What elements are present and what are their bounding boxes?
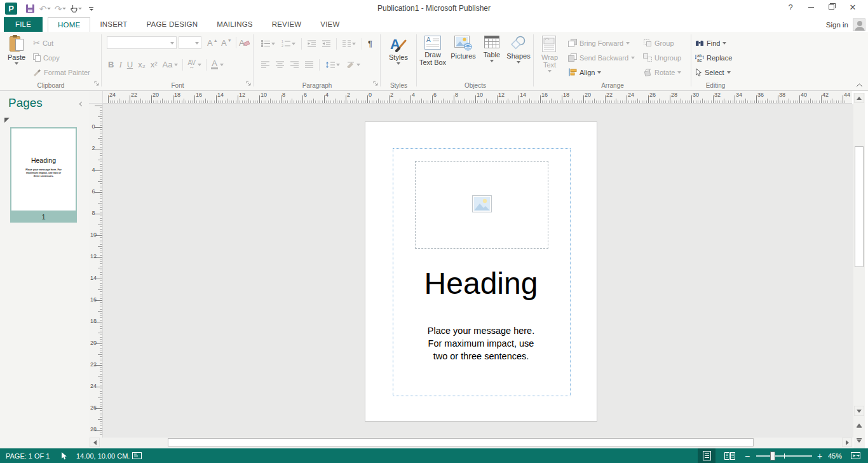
align-left-button[interactable]: [259, 58, 272, 72]
tab-review[interactable]: REVIEW: [262, 17, 311, 32]
paragraph-dialog-launcher[interactable]: [373, 80, 379, 88]
sign-in-area[interactable]: Sign in: [826, 18, 865, 31]
bold-button[interactable]: B: [105, 58, 116, 72]
zoom-slider-track[interactable]: [756, 455, 812, 457]
rotate-button[interactable]: Rotate: [643, 66, 681, 79]
format-painter-button[interactable]: Format Painter: [33, 66, 90, 79]
paragraph-shading-button[interactable]: [344, 58, 363, 72]
horizontal-scroll-thumb[interactable]: [168, 438, 754, 446]
select-button[interactable]: Select: [695, 66, 731, 79]
align-right-button[interactable]: [288, 58, 301, 72]
italic-button[interactable]: I: [116, 58, 124, 72]
vertical-scroll-thumb[interactable]: [855, 146, 864, 267]
tab-page-design[interactable]: PAGE DESIGN: [137, 17, 208, 32]
font-size-combo[interactable]: [179, 36, 201, 49]
object-size-icon[interactable]: [132, 448, 142, 463]
table-button[interactable]: Table: [479, 33, 505, 62]
horizontal-scrollbar[interactable]: [89, 438, 853, 448]
columns-button[interactable]: [340, 37, 358, 51]
close-button[interactable]: ✕: [844, 0, 862, 14]
fit-page-button[interactable]: [850, 448, 861, 463]
tab-mailings[interactable]: MAILINGS: [207, 17, 262, 32]
document-message-textbox[interactable]: Place your message here. For maximum imp…: [422, 324, 540, 363]
scroll-left-button[interactable]: [90, 438, 100, 447]
collapse-ribbon-button[interactable]: [856, 81, 863, 88]
wrap-text-button[interactable]: Wrap Text: [536, 33, 563, 73]
shapes-button[interactable]: Shapes: [505, 33, 532, 64]
find-button[interactable]: Find: [695, 36, 726, 50]
change-case-button[interactable]: Aa: [160, 58, 181, 72]
font-color-button[interactable]: A: [208, 58, 226, 72]
cut-button[interactable]: ✂ Cut: [33, 36, 53, 50]
scroll-right-button[interactable]: [842, 438, 852, 447]
tab-file[interactable]: FILE: [4, 17, 43, 32]
vertical-ruler[interactable]: 0246810121416182022242628: [89, 104, 103, 438]
minimize-button[interactable]: [802, 0, 820, 14]
clear-formatting-button[interactable]: A: [236, 36, 252, 50]
object-position[interactable]: 14.00, 10.00 CM.: [76, 448, 130, 463]
page-thumbnail-number[interactable]: 1: [10, 212, 77, 223]
pictures-icon: [454, 36, 472, 51]
special-characters-button[interactable]: ¶: [365, 37, 375, 51]
justify-button[interactable]: [302, 58, 316, 72]
align-left-icon: [261, 61, 269, 68]
pages-panel-collapse-button[interactable]: [79, 100, 83, 109]
ungroup-button[interactable]: Ungroup: [643, 51, 681, 64]
tab-view[interactable]: VIEW: [311, 17, 349, 32]
publication-page[interactable]: Heading Place your message here. For max…: [365, 121, 597, 422]
bring-forward-button[interactable]: Bring Forward: [568, 36, 630, 50]
styles-button[interactable]: A Styles: [385, 33, 412, 65]
font-dialog-launcher[interactable]: [246, 80, 252, 88]
subscript-button[interactable]: x₂: [135, 58, 148, 72]
page-up-icon: [857, 424, 862, 429]
two-page-view-button[interactable]: [721, 448, 738, 463]
vertical-scrollbar[interactable]: [853, 93, 865, 448]
grow-font-button[interactable]: A▲: [205, 36, 220, 50]
title-bar: P ↶ ↷ Publication1 - Microsoft Publisher…: [0, 0, 868, 17]
zoom-level[interactable]: 45%: [828, 448, 842, 463]
copy-button[interactable]: Copy: [33, 51, 60, 64]
send-backward-button[interactable]: Send Backward: [568, 51, 635, 64]
replace-button[interactable]: abac Replace: [695, 51, 732, 64]
align-center-button[interactable]: [273, 58, 287, 72]
group-button[interactable]: Group: [643, 36, 674, 50]
font-format-row: B I U x₂ x² Aa AV↔ A: [105, 58, 226, 71]
tab-home[interactable]: HOME: [48, 17, 90, 32]
pictures-button[interactable]: Pictures: [449, 33, 478, 60]
ribbon: Paste ✂ Cut Copy Format Painter Clipboar…: [0, 32, 868, 91]
increase-indent-button[interactable]: [320, 37, 333, 51]
align-button[interactable]: Align: [568, 66, 601, 79]
page-indicator[interactable]: PAGE: 1 OF 1: [6, 448, 50, 463]
zoom-out-button[interactable]: −: [745, 448, 750, 463]
help-button[interactable]: ?: [782, 0, 799, 14]
bullets-button[interactable]: [259, 37, 278, 51]
restore-button[interactable]: [822, 0, 840, 14]
previous-page-button[interactable]: [854, 421, 864, 431]
zoom-in-button[interactable]: +: [817, 448, 822, 463]
horizontal-ruler[interactable]: 2422201816141210864202468101214161820222…: [103, 91, 852, 104]
superscript-button[interactable]: x²: [148, 58, 160, 72]
character-spacing-button[interactable]: AV↔: [185, 58, 204, 72]
numbering-button[interactable]: 12: [279, 37, 298, 51]
page-thumbnail-1[interactable]: Heading Place your message here. For max…: [10, 127, 77, 212]
document-heading-textbox[interactable]: Heading: [365, 265, 597, 302]
clipboard-dialog-launcher[interactable]: [94, 80, 100, 88]
pages-panel-expand-icon[interactable]: [4, 118, 10, 123]
tab-insert[interactable]: INSERT: [90, 17, 137, 32]
draw-text-box-button[interactable]: A Draw Text Box: [418, 33, 447, 66]
single-page-view-button[interactable]: [698, 448, 715, 463]
underline-button[interactable]: U: [125, 58, 135, 72]
line-spacing-button[interactable]: [323, 58, 342, 72]
decrease-indent-button[interactable]: [305, 37, 318, 51]
scroll-down-button[interactable]: [854, 406, 864, 416]
scroll-up-button[interactable]: [854, 93, 864, 103]
arrange-group: Wrap Text Bring Forward Send Backward: [534, 32, 691, 90]
paste-button[interactable]: Paste: [3, 33, 30, 65]
picture-placeholder-icon[interactable]: [472, 195, 492, 212]
shrink-font-button[interactable]: A▼: [219, 36, 234, 50]
zoom-slider-thumb[interactable]: [770, 452, 775, 460]
font-name-combo[interactable]: [107, 36, 177, 49]
zoom-slider[interactable]: [756, 448, 812, 463]
workspace-canvas[interactable]: Heading Place your message here. For max…: [103, 104, 853, 438]
next-page-button[interactable]: [854, 435, 864, 445]
